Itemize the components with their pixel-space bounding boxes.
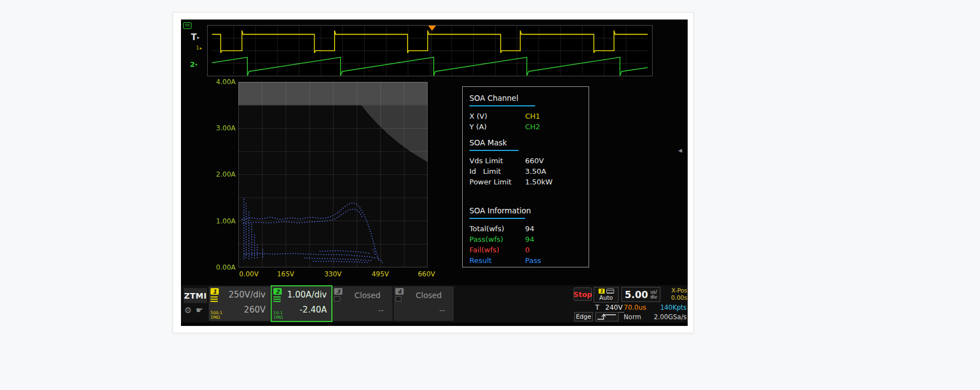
y-axis-tick: 1.00A xyxy=(203,217,236,225)
x-position-display: X-Pos 0.00s xyxy=(662,287,687,301)
soa-plot-svg xyxy=(238,82,428,267)
app-window: T ▸ 1 ▸ 2 ▸ xyxy=(173,12,694,333)
soa-row-x: X (V) CH1 xyxy=(469,111,582,121)
probe-impedance: 1MΩ xyxy=(210,315,220,320)
soa-channel-title: SOA Channel xyxy=(469,94,582,103)
soa-field-value: 3.50A xyxy=(525,167,546,176)
soa-field-value: CH1 xyxy=(525,112,540,120)
soa-field-value: 94 xyxy=(525,235,535,243)
utility-icons: ⚙ ☛ xyxy=(184,306,203,315)
coupling-icon xyxy=(273,296,281,302)
probe-impedance: 1MΩ xyxy=(273,315,283,320)
x-axis-tick: 660V xyxy=(409,270,444,278)
soa-field-value: 0 xyxy=(525,246,530,254)
channel-3-offset: -- xyxy=(378,306,384,315)
section-divider xyxy=(469,150,518,151)
section-divider xyxy=(469,218,525,219)
channel-2-scale: 1.00A/div xyxy=(287,290,327,300)
timebase-unit-bottom: div xyxy=(650,295,657,300)
coupling-icon xyxy=(210,296,218,302)
x-position-label: X-Pos xyxy=(662,287,687,294)
trigger-type-button[interactable]: Edge xyxy=(574,312,593,321)
soa-field-value: Pass xyxy=(525,256,541,265)
x-axis-tick: 0.00V xyxy=(231,270,267,278)
scope-mode-icon xyxy=(183,22,192,29)
soa-field-label: Fail(wfs) xyxy=(469,246,525,254)
channel-off-icon xyxy=(334,296,340,301)
soa-row-result: Result Pass xyxy=(469,255,582,266)
soa-panel: SOA Channel X (V) CH1 Y (A) CH2 SOA Mask… xyxy=(462,86,589,267)
soa-field-value: 1.50kW xyxy=(525,178,552,186)
soa-measurement-trace xyxy=(242,197,383,263)
channel-off-icon xyxy=(395,296,401,301)
channel-2-badge: 2 xyxy=(273,288,282,295)
trigger-source-box[interactable]: 1 Auto xyxy=(594,287,619,303)
soa-information-title: SOA Information xyxy=(469,206,582,216)
soa-row-id: Id Limit 3.50A xyxy=(469,166,582,177)
timebase-unit: us/ div xyxy=(650,290,657,300)
marker-arrow-icon: ▸ xyxy=(195,62,198,67)
trigger-position-marker[interactable] xyxy=(428,26,436,31)
trigger-level-value: 240V xyxy=(604,304,624,313)
soa-field-label: Vds Limit xyxy=(469,157,525,165)
soa-field-label: Id Limit xyxy=(469,167,525,176)
soa-field-value: CH2 xyxy=(525,123,540,131)
soa-field-value: 660V xyxy=(525,157,544,165)
sample-rate-value: 2.00GSa/s xyxy=(645,313,687,321)
ch2-position-marker[interactable]: 2 ▸ xyxy=(190,61,198,68)
soa-row-power: Power Limit 1.50kW xyxy=(469,177,582,187)
marker-arrow-icon: ▸ xyxy=(200,46,202,51)
soa-field-label: X (V) xyxy=(469,112,525,120)
channel-4-control[interactable]: 4 Closed -- xyxy=(394,286,454,321)
soa-row-pass: Pass(wfs) 94 xyxy=(469,234,582,245)
soa-row-vds: Vds Limit 660V xyxy=(469,155,582,166)
run-stop-button[interactable]: Stop xyxy=(574,287,592,301)
soa-field-label: Y (A) xyxy=(469,123,525,131)
y-axis-tick: 4.00A xyxy=(203,78,236,86)
memory-depth-value: 140Kpts xyxy=(652,304,687,311)
soa-field-label: Pass(wfs) xyxy=(469,235,525,243)
soa-xy-plot xyxy=(238,82,428,267)
timebase-display[interactable]: 5.00 us/ div xyxy=(621,287,660,302)
channel-3-state: Closed xyxy=(342,291,393,300)
channel-2-offset: -2.40A xyxy=(300,305,327,315)
hand-pointer-icon[interactable]: ☛ xyxy=(195,306,203,315)
trigger-level-marker[interactable]: T ▸ xyxy=(191,33,199,42)
sweep-mode-label: Auto xyxy=(594,294,618,301)
trigger-marker-label: T xyxy=(191,33,197,42)
acquisition-mode-label: Norm xyxy=(624,313,641,321)
x-axis-tick: 165V xyxy=(268,270,303,278)
soa-row-y: Y (A) CH2 xyxy=(469,121,582,132)
channel-3-control[interactable]: 3 Closed -- xyxy=(332,286,393,321)
soa-field-label: Result xyxy=(469,256,525,265)
channel-2-control[interactable]: 2 10:1 1MΩ 1.00A/div -2.40A xyxy=(271,285,332,322)
panel-collapse-arrow[interactable]: ◀ xyxy=(678,148,682,153)
waveform-preview-svg xyxy=(208,26,652,76)
soa-row-total: Total(wfs) 94 xyxy=(469,223,582,234)
soa-row-fail: Fail(wfs) 0 xyxy=(469,245,582,255)
rising-edge-icon xyxy=(596,313,618,321)
channel-1-control[interactable]: 1 500:1 1MΩ 250V/div 260V xyxy=(209,286,270,321)
trigger-slope-button[interactable] xyxy=(595,312,619,321)
channel-4-offset: -- xyxy=(439,306,445,315)
soa-field-label: Power Limit xyxy=(469,178,525,186)
channel-4-badge: 4 xyxy=(395,288,404,295)
gear-icon[interactable]: ⚙ xyxy=(184,306,192,315)
channel-1-badge: 1 xyxy=(210,288,219,295)
trigger-delay-value: 70.0us xyxy=(624,304,646,311)
waveform-preview xyxy=(207,25,653,76)
timebase-value: 5.00 xyxy=(625,289,648,300)
soa-mask-title: SOA Mask xyxy=(469,138,582,148)
probe-info: 500:1 1MΩ xyxy=(210,311,223,320)
timebase-unit-top: us/ xyxy=(650,290,657,295)
channel-4-state: Closed xyxy=(404,291,454,300)
ztmi-logo-button[interactable]: ZTMI xyxy=(184,288,207,303)
channel-3-badge: 3 xyxy=(334,288,342,295)
x-axis-tick: 330V xyxy=(315,270,351,278)
section-divider xyxy=(469,105,535,106)
ch1-marker-label: 1 xyxy=(196,46,199,51)
ch1-position-marker[interactable]: 1 ▸ xyxy=(196,46,202,51)
trigger-source-badge: 1 xyxy=(599,289,605,294)
x-position-value: 0.00s xyxy=(662,294,687,301)
channel-1-offset: 260V xyxy=(244,305,266,315)
